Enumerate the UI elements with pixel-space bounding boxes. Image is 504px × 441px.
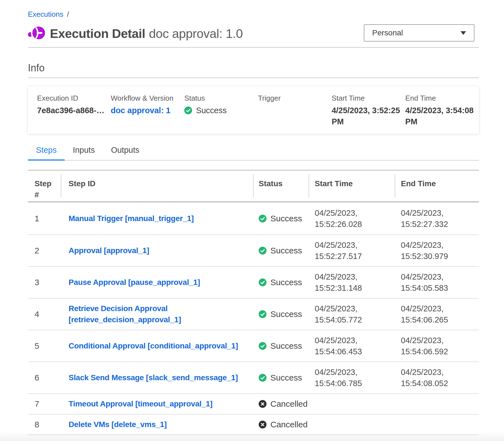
info-label: Start Time bbox=[332, 94, 401, 103]
info-field-end-time: End Time 4/25/2023, 3:54:08 PM bbox=[405, 94, 479, 126]
step-status-text: Success bbox=[270, 309, 302, 319]
table-row: 6 Slack Send Message [slack_send_message… bbox=[28, 362, 479, 394]
info-field-trigger: Trigger bbox=[258, 94, 332, 126]
step-status-text: Success bbox=[270, 278, 302, 287]
end-time-value: 4/25/2023, 3:54:08 PM bbox=[405, 105, 474, 127]
step-end-time: 04/25/2023,15:54:05.583 bbox=[401, 271, 448, 294]
table-row: 7 Timeout Approval [timeout_approval_1] … bbox=[28, 394, 479, 415]
status-cell: Success bbox=[253, 362, 309, 393]
step-link[interactable]: Approval [approval_1] bbox=[69, 245, 149, 256]
step-link[interactable]: Retrieve Decision Approval [retrieve_dec… bbox=[69, 303, 245, 325]
status-cell: Success bbox=[253, 202, 309, 234]
tab-steps[interactable]: Steps bbox=[28, 146, 65, 161]
step-start-time: 04/25/2023,15:54:06.785 bbox=[315, 367, 362, 389]
step-start-time: 04/25/2023,15:52:31.148 bbox=[315, 271, 362, 294]
info-card: Execution ID 7e8ac396-a868-… Workflow & … bbox=[28, 86, 479, 134]
success-check-icon bbox=[259, 278, 266, 286]
step-number: 2 bbox=[35, 246, 39, 255]
tab-outputs[interactable]: Outputs bbox=[103, 146, 147, 161]
page-header-left: Execution Detaildoc approval: 1.0 bbox=[28, 25, 243, 43]
step-status: Success bbox=[259, 278, 302, 287]
step-number: 8 bbox=[35, 420, 39, 429]
step-num-cell: 1 bbox=[28, 202, 61, 234]
step-link[interactable]: Conditional Approval [conditional_approv… bbox=[69, 340, 238, 352]
breadcrumb-executions-link[interactable]: Executions bbox=[28, 10, 63, 18]
end-time-cell bbox=[395, 394, 479, 414]
start-time-cell: 04/25/2023,15:54:06.785 bbox=[309, 362, 395, 393]
info-heading: Info bbox=[28, 62, 479, 74]
title-line: Execution Detaildoc approval: 1.0 bbox=[50, 25, 243, 43]
info-label: Workflow & Version bbox=[111, 94, 180, 103]
col-header-step-id: Step ID bbox=[61, 171, 253, 201]
start-time-cell: 04/25/2023,15:54:05.772 bbox=[309, 299, 395, 330]
success-check-icon bbox=[259, 374, 266, 382]
workspace-select[interactable]: Personal bbox=[364, 24, 474, 42]
info-label: End Time bbox=[405, 94, 474, 103]
step-number: 4 bbox=[35, 309, 39, 319]
step-num-cell: 2 bbox=[28, 235, 61, 266]
step-end-time: 04/25/2023,15:52:27.332 bbox=[401, 207, 448, 230]
step-id-cell: Approval [approval_1] bbox=[61, 235, 253, 266]
info-field-execution-id: Execution ID 7e8ac396-a868-… bbox=[37, 94, 111, 126]
step-number: 6 bbox=[35, 373, 39, 382]
status-cell: Success bbox=[253, 267, 309, 298]
info-field-workflow-version: Workflow & Version doc approval: 1 bbox=[111, 94, 184, 126]
bottom-scroll-shadow bbox=[0, 432, 504, 441]
info-label: Trigger bbox=[258, 94, 327, 103]
status-cell: Cancelled bbox=[253, 394, 309, 414]
workspace-select-value: Personal bbox=[372, 28, 403, 37]
end-time-cell: 04/25/2023,15:54:08.052 bbox=[395, 362, 479, 393]
cancelled-x-icon bbox=[259, 400, 266, 408]
steps-table: Step # Step ID Status Start Time End Tim… bbox=[28, 170, 479, 435]
start-time-cell: 04/25/2023,15:52:31.148 bbox=[309, 267, 395, 298]
step-id-cell: Timeout Approval [timeout_approval_1] bbox=[61, 394, 253, 414]
page-subtitle: doc approval: 1.0 bbox=[149, 26, 243, 41]
step-end-time: 04/25/2023,15:54:08.052 bbox=[401, 367, 448, 389]
execution-status: Success bbox=[184, 105, 253, 116]
end-time-cell: 04/25/2023,15:54:05.583 bbox=[395, 267, 479, 298]
step-number: 7 bbox=[35, 399, 39, 409]
step-number: 1 bbox=[35, 214, 39, 223]
step-link[interactable]: Slack Send Message [slack_send_message_1… bbox=[69, 372, 238, 383]
step-start-time: 04/25/2023,15:52:26.028 bbox=[315, 207, 362, 230]
info-label: Execution ID bbox=[37, 94, 106, 103]
workflow-version-link[interactable]: doc approval: 1 bbox=[111, 105, 180, 116]
step-link[interactable]: Pause Approval [pause_approval_1] bbox=[69, 277, 200, 288]
cancelled-x-icon bbox=[259, 421, 266, 428]
step-status: Success bbox=[259, 214, 302, 223]
step-number: 3 bbox=[35, 278, 39, 287]
step-status: Success bbox=[259, 309, 302, 319]
table-row: 5 Conditional Approval [conditional_appr… bbox=[28, 330, 479, 362]
workflow-logo-icon bbox=[28, 26, 46, 41]
step-link[interactable]: Delete VMs [delete_vms_1] bbox=[69, 419, 167, 430]
step-id-cell: Manual Trigger [manual_trigger_1] bbox=[61, 202, 253, 234]
step-id-cell: Conditional Approval [conditional_approv… bbox=[61, 330, 253, 362]
tab-inputs[interactable]: Inputs bbox=[65, 146, 103, 161]
page-content: Executions / Execution Detaildoc approva… bbox=[0, 0, 504, 435]
start-time-value: 4/25/2023, 3:52:25 PM bbox=[332, 105, 401, 127]
info-field-status: Status Success bbox=[184, 94, 258, 126]
step-num-cell: 3 bbox=[28, 267, 61, 298]
start-time-cell: 04/25/2023,15:52:26.028 bbox=[309, 202, 395, 234]
step-start-time: 04/25/2023,15:52:27.517 bbox=[315, 239, 362, 262]
execution-id-value: 7e8ac396-a868-… bbox=[37, 105, 106, 116]
success-check-icon bbox=[259, 310, 266, 318]
table-row: 1 Manual Trigger [manual_trigger_1] Succ… bbox=[28, 202, 479, 235]
step-status: Cancelled bbox=[259, 399, 307, 409]
success-check-icon bbox=[259, 247, 266, 255]
step-link[interactable]: Timeout Approval [timeout_approval_1] bbox=[69, 398, 212, 410]
status-cell: Success bbox=[253, 330, 309, 362]
step-id-cell: Pause Approval [pause_approval_1] bbox=[61, 267, 253, 298]
step-id-cell: Retrieve Decision Approval [retrieve_dec… bbox=[61, 299, 253, 330]
info-label: Status bbox=[184, 94, 253, 103]
page-title: Execution Detail bbox=[50, 26, 145, 41]
step-end-time: 04/25/2023,15:54:06.265 bbox=[401, 303, 448, 325]
step-status-text: Success bbox=[270, 341, 302, 351]
table-row: 3 Pause Approval [pause_approval_1] Succ… bbox=[28, 267, 479, 299]
info-divider bbox=[28, 77, 479, 78]
step-num-cell: 4 bbox=[28, 299, 61, 330]
step-link[interactable]: Manual Trigger [manual_trigger_1] bbox=[69, 213, 194, 224]
status-cell: Success bbox=[253, 235, 309, 266]
step-id-cell: Slack Send Message [slack_send_message_1… bbox=[61, 362, 253, 393]
step-end-time: 04/25/2023,15:52:30.979 bbox=[401, 239, 448, 262]
